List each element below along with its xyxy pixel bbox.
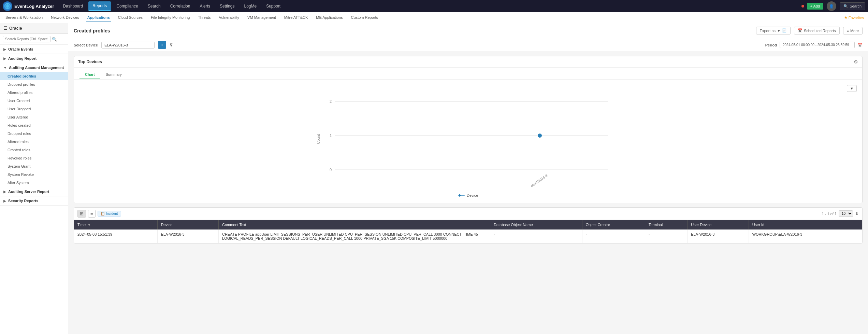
chart-type-dropdown[interactable]: ▼ xyxy=(847,85,857,92)
favorites-button[interactable]: ★ Favorites xyxy=(844,15,864,20)
col-device-label: Device xyxy=(161,223,173,227)
sidebar-item-dropped-roles[interactable]: Dropped roles xyxy=(0,129,68,138)
chart-tab-chart[interactable]: Chart xyxy=(79,70,100,79)
data-table: Time ▼ Device Comment Text Database Obje… xyxy=(74,220,862,243)
chevron-down-icon: ▼ xyxy=(3,66,7,70)
nav-file-integrity[interactable]: File Integrity Monitoring xyxy=(149,13,191,22)
sidebar-item-dropped-profiles[interactable]: Dropped profiles xyxy=(0,80,68,88)
sidebar-item-altered-roles[interactable]: Altered roles xyxy=(0,138,68,146)
calendar-small-icon: 📅 xyxy=(798,28,802,33)
nav-vulnerability[interactable]: Vulnerability xyxy=(218,13,241,22)
legend-arrow-icon: ◆— xyxy=(458,193,465,197)
sidebar-item-revoked-roles[interactable]: Revoked roles xyxy=(0,154,68,162)
nav-custom[interactable]: Custom Reports xyxy=(350,13,379,22)
nav-vm[interactable]: VM Management xyxy=(246,13,277,22)
star-icon: ★ xyxy=(844,15,848,20)
sidebar-search-container: 🔍 xyxy=(0,34,68,45)
top-search-button[interactable]: 🔍 Search xyxy=(840,2,865,10)
sidebar-item-granted-roles[interactable]: Granted roles xyxy=(0,146,68,154)
incident-badge[interactable]: 📋 Incident xyxy=(98,211,121,217)
nav-search-top[interactable]: Search xyxy=(144,2,165,11)
select-device-label: Select Device xyxy=(74,43,98,47)
table-export-icon[interactable]: ⬇ xyxy=(855,211,859,216)
sidebar-item-user-altered[interactable]: User Altered xyxy=(0,113,68,121)
col-terminal[interactable]: Terminal xyxy=(645,220,688,229)
device-select-input[interactable] xyxy=(101,42,155,48)
nav-me-apps[interactable]: ME Applications xyxy=(315,13,344,22)
sidebar-item-roles-created[interactable]: Roles created xyxy=(0,121,68,129)
page-size-select[interactable]: 10 xyxy=(839,210,853,217)
col-comment[interactable]: Comment Text xyxy=(218,220,490,229)
table-view-list-button[interactable]: ≡ xyxy=(88,210,96,218)
sidebar-item-system-revoke[interactable]: System Revoke xyxy=(0,170,68,179)
col-time-label: Time xyxy=(77,223,86,227)
period-input[interactable] xyxy=(780,42,855,48)
nav-settings[interactable]: Settings xyxy=(216,2,238,11)
sort-arrow-icon: ▼ xyxy=(88,223,91,227)
nav-mitre[interactable]: Mitre ATT&CK xyxy=(283,13,309,22)
col-object-creator-label: Object Creator xyxy=(586,223,610,227)
device-bar: Select Device + ⊽ Period 📅 xyxy=(68,38,868,52)
nav-correlation[interactable]: Correlation xyxy=(166,2,194,11)
nav-applications[interactable]: Applications xyxy=(86,13,111,22)
nav-dashboard[interactable]: Dashboard xyxy=(59,2,87,11)
page-header: Created profiles Export as ▼ 📄 📅 Schedul… xyxy=(68,23,868,38)
incident-label: Incident xyxy=(106,212,118,215)
sidebar-search-input[interactable] xyxy=(3,36,50,42)
cell-user-id: WORKGROUP\ELA-W2016-3 xyxy=(749,229,862,243)
nav-network[interactable]: Network Devices xyxy=(49,13,81,22)
scheduled-reports-button[interactable]: 📅 Scheduled Reports xyxy=(794,27,840,34)
col-object-creator[interactable]: Object Creator xyxy=(582,220,645,229)
col-db-object[interactable]: Database Object Name xyxy=(490,220,582,229)
sidebar-item-created-profiles[interactable]: Created profiles xyxy=(0,72,68,80)
sidebar-search-icon[interactable]: 🔍 xyxy=(52,37,57,42)
nav-servers[interactable]: Servers & Workstation xyxy=(4,13,44,22)
search-icon: 🔍 xyxy=(843,4,848,9)
export-label: Export as xyxy=(760,29,776,33)
nav-alerts[interactable]: Alerts xyxy=(196,2,214,11)
menu-icon: ☰ xyxy=(3,26,7,31)
nav-support[interactable]: Support xyxy=(262,2,285,11)
col-comment-label: Comment Text xyxy=(222,223,246,227)
sidebar-title: Oracle xyxy=(9,26,22,31)
user-avatar[interactable]: 👤 xyxy=(827,1,836,11)
chart-tabs: Chart Summary xyxy=(74,68,862,80)
export-as-button[interactable]: Export as ▼ 📄 xyxy=(756,27,791,34)
chart-title: Top Devices xyxy=(78,59,102,64)
nav-reports[interactable]: Reports xyxy=(88,1,111,11)
chart-data-point xyxy=(538,134,542,138)
col-user-device[interactable]: User Device xyxy=(688,220,749,229)
sidebar-section-account-mgmt-header[interactable]: ▼ Auditing Account Management xyxy=(0,63,68,72)
svg-text:0: 0 xyxy=(330,168,332,172)
sidebar-item-user-dropped[interactable]: User Dropped xyxy=(0,105,68,113)
sidebar-section-server-report-header[interactable]: ▶ Auditing Server Report xyxy=(0,187,68,196)
cell-comment: CREATE PROFILE appUser LIMIT SESSIONS_PE… xyxy=(218,229,490,243)
page-title: Created profiles xyxy=(74,28,110,33)
device-filter-icon[interactable]: ⊽ xyxy=(170,42,173,47)
app-name: EventLog Analyzer xyxy=(14,4,54,9)
sidebar-section-auditing-report-header[interactable]: ▶ Auditing Report xyxy=(0,54,68,63)
sidebar-item-system-grant[interactable]: System Grant xyxy=(0,162,68,170)
device-add-button[interactable]: + xyxy=(158,41,166,49)
nav-cloud[interactable]: Cloud Sources xyxy=(117,13,144,22)
more-button[interactable]: ≡ More xyxy=(843,27,863,34)
col-device[interactable]: Device xyxy=(157,220,218,229)
add-button[interactable]: + Add xyxy=(807,3,823,10)
sidebar-section-security: ▶ Security Reports xyxy=(0,196,68,206)
sidebar-section-oracle-events-header[interactable]: ▶ Oracle Events xyxy=(0,45,68,54)
cell-device: ELA-W2016-3 xyxy=(157,229,218,243)
more-icon: ≡ xyxy=(847,29,849,33)
sidebar-section-security-header[interactable]: ▶ Security Reports xyxy=(0,196,68,205)
sidebar-item-user-created[interactable]: User Created xyxy=(0,97,68,105)
nav-threats[interactable]: Threats xyxy=(197,13,212,22)
nav-logme[interactable]: LogMe xyxy=(240,2,261,11)
sidebar-item-altered-profiles[interactable]: Altered profiles xyxy=(0,88,68,97)
table-view-grid-button[interactable]: ⊞ xyxy=(77,210,86,218)
chart-settings-icon[interactable]: ⚙ xyxy=(854,59,858,65)
col-time[interactable]: Time ▼ xyxy=(74,220,157,229)
calendar-icon[interactable]: 📅 xyxy=(857,43,863,47)
sidebar-item-alter-system[interactable]: Alter System xyxy=(0,179,68,187)
chart-tab-summary[interactable]: Summary xyxy=(100,70,127,79)
col-user-id[interactable]: User Id xyxy=(749,220,862,229)
nav-compliance[interactable]: Compliance xyxy=(112,2,142,11)
